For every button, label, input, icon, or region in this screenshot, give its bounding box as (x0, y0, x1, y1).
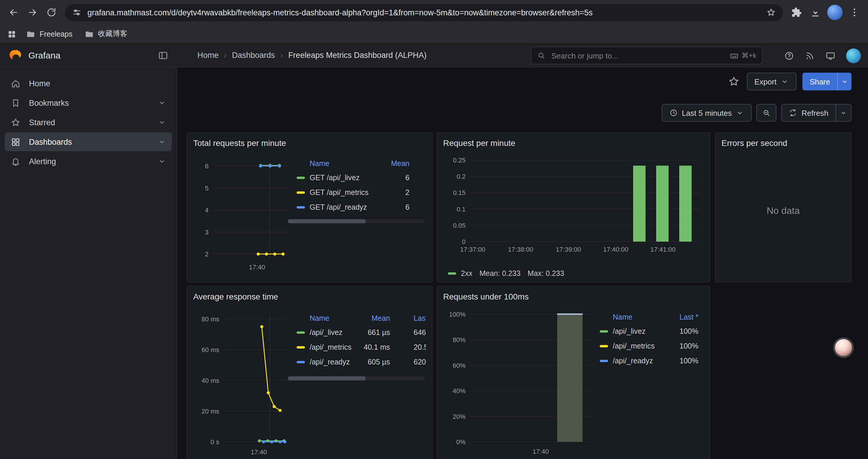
sidebar-item-label: Alerting (29, 157, 150, 166)
chart-legend[interactable]: 2xx Mean: 0.233 Max: 0.233 (443, 269, 704, 277)
breadcrumb-item[interactable]: Home (197, 51, 219, 60)
legend-row[interactable]: GET /api/_readyz6 (297, 200, 409, 215)
panel-title[interactable]: Request per minute (443, 136, 704, 150)
legend-row[interactable]: /api/_metrics100% (600, 338, 699, 353)
time-range-picker[interactable]: Last 5 minutes (662, 104, 752, 122)
news-icon[interactable] (805, 51, 815, 61)
reload-button[interactable] (42, 4, 60, 21)
chevron-down-icon[interactable] (158, 157, 166, 165)
panel-title[interactable]: Errors per second (721, 136, 845, 150)
svg-text:17:39:00: 17:39:00 (556, 246, 581, 253)
extensions-icon[interactable] (788, 4, 805, 21)
refresh-button[interactable]: Refresh (781, 104, 836, 122)
sidebar-item-bookmarks[interactable]: Bookmarks (5, 93, 172, 112)
scrollbar-thumb[interactable] (288, 376, 366, 381)
legend-header[interactable]: Mean (374, 160, 409, 168)
legend-row[interactable]: /api/_livez661 µs646 µs (297, 325, 426, 340)
bookmark-item[interactable]: Freeleaps (21, 28, 77, 40)
legend-row[interactable]: /api/_livez100% (600, 324, 699, 338)
sidebar-item-home[interactable]: Home (5, 74, 172, 93)
average-response-time-line-chart[interactable]: 80 ms60 ms40 ms20 ms0 s17:40 (193, 306, 292, 459)
legend-row[interactable]: /api/_readyz100% (600, 353, 699, 368)
url-bar[interactable]: grafana.mathmast.com/d/deytv4rwavabkb/fr… (65, 4, 783, 21)
series-color-dash (297, 361, 305, 363)
svg-text:17:38:00: 17:38:00 (508, 246, 533, 253)
share-menu-chevron-icon[interactable] (837, 73, 851, 90)
legend-header[interactable]: Name (297, 314, 354, 323)
panel-total-requests-per-minute: Total requests per minute 6543217:40 Nam… (187, 132, 433, 282)
legend-scrollbar[interactable] (288, 219, 425, 223)
panel-title[interactable]: Average response time (193, 290, 426, 304)
search-input[interactable] (550, 51, 725, 61)
panel-requests-under-100ms: Requests under 100ms 100%80%60%40%20%0%1… (437, 286, 710, 459)
breadcrumb: Home›Dashboards›Freeleaps Metrics Dashbo… (177, 51, 427, 60)
svg-text:6: 6 (205, 162, 209, 170)
chevron-down-icon[interactable] (158, 118, 166, 126)
requests-under-100ms-bar-chart[interactable]: 100%80%60%40%20%0%17:40 (443, 306, 594, 459)
no-data-message: No data (721, 150, 845, 271)
scrollbar-thumb[interactable] (288, 219, 366, 223)
svg-text:20%: 20% (453, 413, 466, 420)
legend-header[interactable]: Name (600, 313, 657, 321)
svg-text:0 s: 0 s (211, 438, 219, 446)
series-color-dash (448, 272, 456, 275)
chevron-down-icon[interactable] (158, 138, 166, 146)
series-color-dash (600, 345, 608, 347)
svg-text:17:40: 17:40 (251, 448, 267, 456)
sidebar-item-alerting[interactable]: Alerting (5, 152, 172, 171)
legend-scrollbar[interactable] (288, 376, 425, 381)
forward-button[interactable] (24, 4, 41, 21)
dock-menu-icon[interactable] (157, 49, 169, 61)
monitor-icon[interactable] (826, 51, 836, 61)
legend-row[interactable]: /api/_metrics40.1 ms20.5 ms (297, 340, 426, 355)
svg-text:100%: 100% (449, 311, 466, 318)
legend-header[interactable]: Last * (390, 314, 426, 323)
url-text: grafana.mathmast.com/d/deytv4rwavabkb/fr… (88, 8, 761, 17)
svg-text:17:40: 17:40 (249, 263, 265, 271)
chevron-down-icon[interactable] (158, 99, 166, 107)
request-per-minute-bar-chart[interactable]: 0.250.20.150.10.05017:37:0017:38:0017:39… (443, 153, 705, 263)
refresh-interval-chevron-icon[interactable] (836, 104, 851, 122)
help-icon[interactable] (784, 51, 794, 61)
browser-profile-avatar[interactable] (827, 5, 843, 20)
bell-icon (11, 156, 21, 166)
grafana-logo[interactable] (8, 48, 23, 62)
apps-grid-icon[interactable] (7, 29, 17, 39)
breadcrumb-item[interactable]: Freeleaps Metrics Dashboard (ALPHA) (288, 51, 427, 60)
legend-row[interactable]: /api/_readyz605 µs620 µs (297, 355, 426, 369)
chevron-down-icon (736, 109, 744, 117)
legend-row[interactable]: GET /api/_metrics2 (297, 185, 409, 200)
legend-header[interactable]: Mean (354, 314, 390, 323)
bookmark-star-icon[interactable] (766, 8, 776, 17)
legend-header[interactable]: Name (297, 160, 374, 168)
total-requests-line-chart[interactable]: 6543217:40 (193, 153, 292, 276)
svg-text:0.25: 0.25 (453, 157, 466, 164)
panel-title[interactable]: Total requests per minute (193, 136, 426, 150)
assistant-avatar[interactable] (834, 338, 852, 357)
grafana-header: Grafana Home›Dashboards›Freeleaps Metric… (0, 44, 868, 67)
brand-name: Grafana (28, 50, 151, 60)
site-settings-icon[interactable] (72, 8, 82, 17)
svg-text:2: 2 (205, 251, 209, 258)
series-color-dash (297, 331, 305, 333)
user-avatar[interactable] (846, 48, 861, 63)
search-shortcut: ⌘+k (730, 51, 756, 60)
back-button[interactable] (5, 4, 23, 21)
breadcrumb-item[interactable]: Dashboards (232, 51, 275, 60)
share-split-button: Share (803, 73, 851, 90)
legend-header[interactable]: Last * (657, 313, 699, 321)
panel-request-per-minute: Request per minute 0.250.20.150.10.05017… (437, 132, 710, 282)
panel-title[interactable]: Requests under 100ms (443, 290, 704, 304)
legend-row[interactable]: GET /api/_livez6 (297, 170, 409, 185)
browser-menu-icon[interactable] (845, 4, 863, 21)
sidebar-item-starred[interactable]: Starred (5, 113, 172, 132)
share-button[interactable]: Share (803, 73, 837, 90)
bookmark-item[interactable]: 收藏博客 (80, 27, 132, 41)
export-button[interactable]: Export (747, 73, 797, 90)
search-box[interactable]: ⌘+k (531, 47, 763, 64)
zoom-out-button[interactable] (756, 104, 777, 122)
bookmark-icon (11, 98, 21, 108)
downloads-icon[interactable] (807, 4, 824, 21)
sidebar-item-dashboards[interactable]: Dashboards (5, 132, 172, 151)
favorite-star-icon[interactable] (726, 74, 741, 89)
